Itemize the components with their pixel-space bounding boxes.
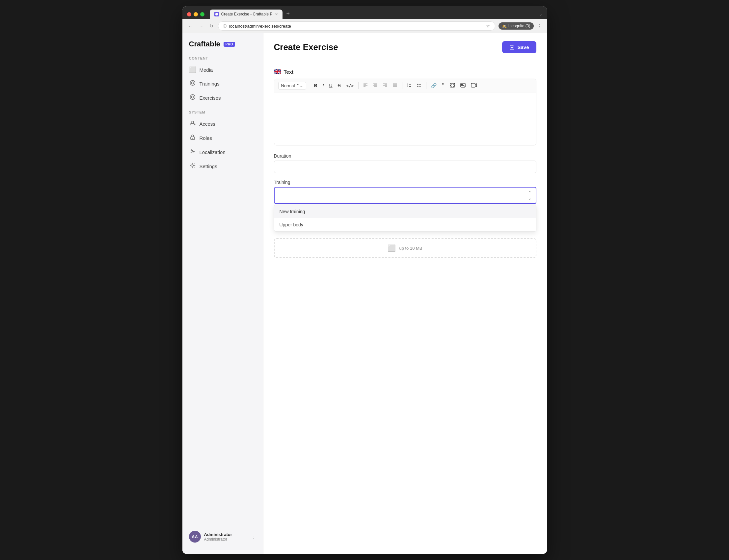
toolbar-separator-3 [402,82,403,89]
italic-button[interactable]: I [321,82,326,89]
training-input[interactable] [278,193,528,198]
toolbar-separator [309,82,309,89]
save-button[interactable]: Save [502,41,536,53]
svg-point-2 [190,95,195,100]
code-button[interactable]: </> [344,82,355,89]
duration-input[interactable] [274,161,536,173]
back-button[interactable]: ← [187,23,194,29]
active-tab[interactable]: Create Exercise - Craftable P ✕ [210,10,282,19]
quote-button[interactable]: " [440,82,447,89]
save-icon [509,45,515,50]
svg-point-0 [190,81,195,86]
duration-field-group: Duration [274,153,536,173]
svg-point-28 [417,84,418,84]
security-icon: ⓘ [223,24,226,29]
svg-point-1 [191,82,194,84]
svg-point-3 [191,96,194,98]
page-header: Create Exercise Save [263,33,547,60]
sidebar-item-trainings[interactable]: Trainings [182,77,263,91]
svg-point-7 [192,165,193,166]
form-area: 🇬🇧 Text Normal ⌃⌄ B I U [263,60,547,554]
dropdown-item-upper-body[interactable]: Upper body [274,218,536,231]
user-name: Administrator [204,532,248,537]
sidebar-logo: Craftable PRO [182,40,263,56]
svg-text:2.: 2. [407,85,409,88]
format-chevron-icon: ⌃⌄ [296,83,303,88]
training-dropdown-menu: New training Upper body [274,205,536,232]
dropdown-item-new-training[interactable]: New training [274,205,536,218]
align-right-button[interactable] [381,82,390,89]
rich-text-editor: Normal ⌃⌄ B I U S </> [274,79,536,145]
sidebar-label-trainings: Trainings [199,81,220,87]
embed-button[interactable] [448,82,457,89]
sidebar-item-roles[interactable]: Roles [182,131,263,145]
user-avatar: AA [189,531,201,543]
sidebar-item-exercises[interactable]: Exercises [182,91,263,105]
user-more-button[interactable]: ⋮ [251,534,256,540]
training-spinner-icon[interactable]: ⌃⌄ [528,190,532,201]
browser-more-button[interactable]: ⋮ [537,23,542,29]
pro-badge: PRO [223,42,235,47]
sidebar-item-localization[interactable]: A Localization [182,145,263,159]
exercises-icon [189,94,196,102]
close-traffic-light[interactable] [187,12,191,16]
browser-titlebar: Create Exercise - Craftable P ✕ + ⌄ [182,6,547,19]
bookmark-icon[interactable]: ☆ [486,23,490,29]
user-initials: AA [192,534,198,539]
address-bar[interactable]: ⓘ localhost/admin/exercises/create ☆ [218,21,495,31]
video-button[interactable] [469,82,479,89]
sidebar-label-roles: Roles [199,135,212,141]
section-label-system: SYSTEM [182,110,263,117]
url-text: localhost/admin/exercises/create [229,24,483,29]
fullscreen-traffic-light[interactable] [200,12,204,16]
media-icon: ⬜ [189,66,196,73]
sidebar-label-localization: Localization [199,149,225,155]
minimize-traffic-light[interactable] [194,12,198,16]
tab-bar: Create Exercise - Craftable P ✕ + [210,10,536,19]
sidebar-label-exercises: Exercises [199,95,221,101]
bold-button[interactable]: B [312,82,319,89]
format-select[interactable]: Normal ⌃⌄ [278,82,306,89]
incognito-button[interactable]: 🕵 Incognito (3) [499,22,534,30]
align-center-button[interactable] [371,82,380,89]
sidebar-item-access[interactable]: Access [182,117,263,131]
svg-rect-35 [471,83,475,87]
sidebar-item-settings[interactable]: Settings [182,159,263,173]
align-left-button[interactable] [361,82,370,89]
strikethrough-button[interactable]: S [336,82,343,89]
new-tab-button[interactable]: + [284,11,293,17]
main-content: Create Exercise Save 🇬🇧 Text [263,33,547,554]
svg-text:A: A [190,151,192,154]
underline-button[interactable]: U [327,82,334,89]
link-button[interactable]: 🔗 [429,82,439,89]
editor-toolbar: Normal ⌃⌄ B I U S </> [274,79,536,92]
traffic-lights [187,12,204,16]
editor-body[interactable] [274,92,536,145]
duration-label: Duration [274,153,536,159]
image-button[interactable] [458,82,468,89]
sidebar-item-media[interactable]: ⬜ Media [182,63,263,77]
app-layout: Craftable PRO CONTENT ⬜ Media Trainings [182,33,547,554]
user-info: Administrator Administrator [204,532,248,542]
training-dropdown-container: ⌃⌄ New training Upper body [274,187,536,232]
forward-button[interactable]: → [197,23,205,29]
align-justify-button[interactable] [391,82,400,89]
trainings-icon [189,80,196,88]
window-expand-button[interactable]: ⌄ [539,12,542,16]
unordered-list-button[interactable] [415,82,424,89]
roles-icon [189,134,196,142]
training-input-wrapper[interactable]: ⌃⌄ [274,187,536,204]
flag-icon: 🇬🇧 [274,68,281,75]
incognito-icon: 🕵 [502,24,507,28]
upload-area[interactable]: ⬜ up to 10 MB [274,238,536,258]
reload-button[interactable]: ↻ [208,23,215,29]
ordered-list-button[interactable]: 1.2. [405,82,414,89]
user-role: Administrator [204,537,248,542]
tab-close-button[interactable]: ✕ [275,12,278,16]
access-icon [189,120,196,128]
text-field-group: 🇬🇧 Text Normal ⌃⌄ B I U [274,68,536,145]
localization-icon: A [189,148,196,156]
sidebar: Craftable PRO CONTENT ⬜ Media Trainings [182,33,263,554]
save-label: Save [517,44,529,50]
toolbar-separator-4 [426,82,427,89]
